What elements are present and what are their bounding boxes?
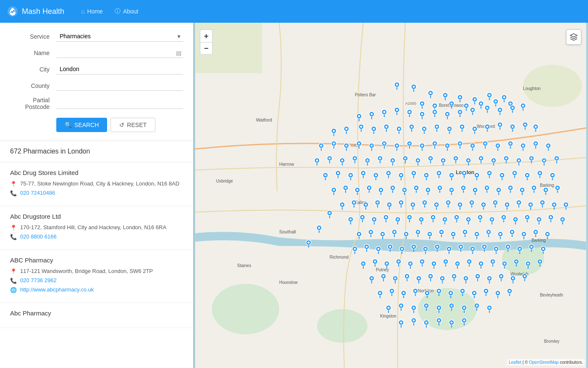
map-attribution: Leaflet | © OpenStreetMap contributors. <box>507 359 585 365</box>
postcode-input[interactable] <box>56 98 183 109</box>
info-icon: ⓘ <box>115 8 121 15</box>
service-select-wrapper: Pharmacies GP Surgeries Dentists Hospita… <box>56 31 183 42</box>
pharmacy-address: 📍 170-172, Stamford Hill, City and Hackn… <box>10 224 183 231</box>
pharmacy-phone-link[interactable]: 020 7736 2962 <box>20 277 57 283</box>
sidebar: Service Pharmacies GP Surgeries Dentists… <box>0 23 193 368</box>
svg-text:Southall: Southall <box>279 229 296 234</box>
location-icon: 📍 <box>10 225 17 231</box>
nav-links: ⌂ Home ⓘ About <box>76 5 143 18</box>
svg-text:Barking: Barking <box>540 183 554 188</box>
main-layout: Service Pharmacies GP Surgeries Dentists… <box>0 23 588 368</box>
zoom-in-button[interactable]: + <box>200 29 213 42</box>
svg-text:Loughton: Loughton <box>523 86 541 91</box>
city-row: City <box>10 64 183 74</box>
map-zoom-controls: + − <box>200 29 213 55</box>
svg-text:Barking: Barking <box>531 238 546 243</box>
svg-text:Watford: Watford <box>256 117 272 122</box>
svg-text:Bromley: Bromley <box>544 339 559 344</box>
search-icon: 🔍 <box>65 122 72 128</box>
leaflet-link[interactable]: Leaflet <box>509 360 521 365</box>
postcode-label: Partial Postcode <box>10 97 56 110</box>
phone-icon: 📞 <box>10 278 17 284</box>
pharmacy-phone-row: 📞 020 72410486 <box>10 190 183 196</box>
name-input[interactable] <box>56 48 183 58</box>
name-row: Name ▤ <box>10 48 183 58</box>
city-input[interactable] <box>56 64 183 74</box>
phone-icon: 📞 <box>10 234 17 240</box>
pharmacy-website-row: 🌐 http://www.abcpharmacy.co.uk <box>10 286 183 293</box>
svg-text:Harrow: Harrow <box>279 161 294 167</box>
pharmacy-card: Abc Pharmacy <box>0 303 193 328</box>
name-label: Name <box>10 50 56 56</box>
search-panel: Service Pharmacies GP Surgeries Dentists… <box>0 23 193 141</box>
zoom-out-button[interactable]: − <box>200 42 213 55</box>
postcode-row: Partial Postcode <box>10 97 183 110</box>
service-select[interactable]: Pharmacies GP Surgeries Dentists Hospita… <box>56 31 183 42</box>
phone-icon: 📞 <box>10 190 17 196</box>
pharmacy-phone-link[interactable]: 020 72410486 <box>20 190 55 196</box>
pharmacy-phone-row: 📞 020 7736 2962 <box>10 277 183 284</box>
reset-button[interactable]: ↺ RESET <box>110 118 155 132</box>
service-label: Service <box>10 33 56 40</box>
pharmacy-address: 📍 117-121 Wandsworth, Bridge Road, Londo… <box>10 268 183 275</box>
globe-icon: 🌐 <box>10 287 17 293</box>
reset-icon: ↺ <box>119 122 124 128</box>
svg-point-8 <box>523 65 582 107</box>
pharmacy-name: Abc Drug Stores Limited <box>10 169 183 176</box>
name-input-wrapper: ▤ <box>56 48 183 58</box>
svg-text:Uxbridge: Uxbridge <box>216 179 233 183</box>
county-row: County <box>10 80 183 91</box>
county-input[interactable] <box>56 80 183 91</box>
location-icon: 📍 <box>10 268 17 275</box>
search-buttons: 🔍 SEARCH ↺ RESET <box>10 118 183 132</box>
home-icon: ⌂ <box>81 8 84 15</box>
text-icon: ▤ <box>176 50 181 56</box>
pharmacy-phone-row: 📞 020 8800 6166 <box>10 233 183 240</box>
svg-text:Kingston: Kingston <box>380 314 396 318</box>
osm-link[interactable]: OpenStreetMap <box>529 360 559 365</box>
map-container: + − <box>193 23 588 368</box>
map-layers-button[interactable] <box>566 29 581 45</box>
brand-logo-icon <box>7 5 18 17</box>
brand-name: Mash Health <box>22 7 64 16</box>
pharmacy-name: Abc Drugstore Ltd <box>10 213 183 220</box>
pharmacy-address: 📍 75-77, Stoke Newington Road, City & Ha… <box>10 180 183 187</box>
pharmacy-name: ABC Pharmacy <box>10 257 183 264</box>
brand-link[interactable]: Mash Health <box>7 5 64 17</box>
results-header: 672 Pharmacies in London <box>0 141 193 162</box>
pharmacy-name: Abc Pharmacy <box>10 310 183 317</box>
pharmacy-website-link[interactable]: http://www.abcpharmacy.co.uk <box>20 286 94 293</box>
service-row: Service Pharmacies GP Surgeries Dentists… <box>10 31 183 42</box>
svg-text:Staines: Staines <box>237 263 251 268</box>
nav-about[interactable]: ⓘ About <box>110 5 144 18</box>
pharmacy-card: Abc Drug Stores Limited 📍 75-77, Stoke N… <box>0 162 193 206</box>
pharmacy-phone-link[interactable]: 020 8800 6166 <box>20 233 57 240</box>
map-svg: Watford Potters Bar Borehamwood Loughton… <box>193 23 588 368</box>
layers-icon <box>570 33 578 41</box>
location-icon: 📍 <box>10 181 17 187</box>
svg-point-3 <box>212 284 279 334</box>
county-label: County <box>10 82 56 89</box>
svg-text:Richmond: Richmond <box>330 255 349 259</box>
svg-text:A1000: A1000 <box>405 101 416 106</box>
svg-point-4 <box>317 309 368 343</box>
nav-home[interactable]: ⌂ Home <box>76 5 108 18</box>
city-label: City <box>10 66 56 73</box>
navbar: Mash Health ⌂ Home ⓘ About <box>0 0 588 23</box>
svg-text:Bexleyheath: Bexleyheath <box>540 293 563 297</box>
pharmacy-card: Abc Drugstore Ltd 📍 170-172, Stamford Hi… <box>0 206 193 250</box>
svg-text:Hounslow: Hounslow <box>279 280 298 285</box>
pharmacy-card: ABC Pharmacy 📍 117-121 Wandsworth, Bridg… <box>0 250 193 303</box>
search-button[interactable]: 🔍 SEARCH <box>56 118 107 132</box>
svg-text:Potters Bar: Potters Bar <box>355 93 376 97</box>
